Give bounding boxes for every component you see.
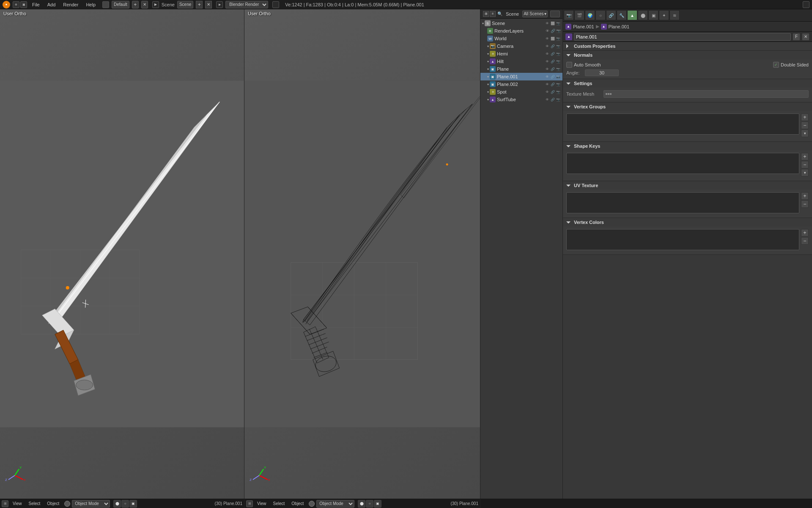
outliner-scenes-dropdown[interactable]: All Scenes▾ <box>522 11 548 17</box>
uv-texture-add-btn[interactable]: + <box>801 192 809 200</box>
shape-keys-header[interactable]: Shape Keys <box>563 142 812 150</box>
view-mode-field[interactable]: Default <box>112 1 129 8</box>
left-texture-btn[interactable]: ▣ <box>129 500 137 508</box>
prop-material-btn[interactable]: ⬤ <box>638 10 648 20</box>
double-sided-checkbox[interactable] <box>773 62 779 68</box>
outliner-item-hilt[interactable]: ▾ ▲ Hilt 👁 🔗 📷 <box>480 58 562 65</box>
shape-keys-move-btn[interactable]: ▾ <box>801 169 809 177</box>
uv-texture-buttons: + − <box>801 192 809 213</box>
left-wire-btn[interactable]: ○ <box>121 500 129 508</box>
right-wire-btn[interactable]: ○ <box>366 500 373 508</box>
outliner-item-spot[interactable]: ▾ ☀ Spot 👁 🔗 📷 <box>480 88 562 96</box>
prop-world-btn[interactable]: 🌍 <box>585 10 595 20</box>
vertex-groups-add-btn[interactable]: + <box>801 113 809 121</box>
vertex-colors-header[interactable]: Vertex Colors <box>563 218 812 226</box>
global-icon <box>803 1 809 8</box>
outliner-item-scene[interactable]: ▾ S Scene 👁 ⬜ 📷 <box>480 19 562 27</box>
prop-physics-btn[interactable]: ≋ <box>669 10 680 20</box>
left-solid-btn[interactable]: ⬤ <box>113 500 121 508</box>
right-viewport[interactable]: User Ortho <box>244 9 480 499</box>
vertex-groups-header[interactable]: Vertex Groups <box>563 102 812 111</box>
prop-data-btn[interactable]: ▲ <box>627 10 637 20</box>
name-x-btn[interactable]: ✕ <box>802 33 809 41</box>
vertex-groups-remove-btn[interactable]: − <box>801 121 809 129</box>
double-sided-label[interactable]: Double Sided <box>773 62 809 68</box>
menu-file[interactable]: File <box>30 1 42 8</box>
outliner-search-field[interactable] <box>550 11 560 17</box>
uv-texture-listbox[interactable] <box>566 192 799 213</box>
scene-field[interactable]: Scene <box>177 1 193 8</box>
left-select-menu[interactable]: Select <box>26 500 43 507</box>
scene-add[interactable]: + <box>196 1 203 8</box>
prop-object-btn[interactable]: ○ <box>595 10 606 20</box>
left-viewport[interactable]: User Ortho <box>0 9 244 499</box>
shape-keys-listbox[interactable] <box>566 153 799 174</box>
left-view-menu[interactable]: View <box>10 500 25 507</box>
prop-render-btn[interactable]: 📷 <box>564 10 574 20</box>
custom-properties-header[interactable]: Custom Properties <box>563 42 812 50</box>
outliner-item-world[interactable]: W World 👁 ⬜ 📷 <box>480 35 562 42</box>
shape-keys-add-btn[interactable]: + <box>801 153 809 160</box>
uv-texture-triangle <box>566 185 571 187</box>
surftube-row-icons: 👁 🔗 📷 <box>545 97 561 102</box>
hilt-label: Hilt <box>497 59 504 64</box>
outliner-item-camera[interactable]: ▾ 📷 Camera 👁 🔗 📷 <box>480 42 562 50</box>
mesh-dots <box>606 93 612 95</box>
outliner-item-plane[interactable]: ▾ ▣ Plane 👁 🔗 📷 <box>480 65 562 73</box>
prop-constraints-btn[interactable]: 🔗 <box>606 10 616 20</box>
vertex-groups-move-btn[interactable]: ▾ <box>801 130 809 137</box>
outliner-item-plane001[interactable]: ▾ ▣ Plane.001 👁 🔗 📷 <box>480 73 562 80</box>
left-sword-svg <box>0 9 244 499</box>
svg-line-48 <box>253 475 259 480</box>
view-mode-add[interactable]: + <box>132 1 139 8</box>
view-mode-close[interactable]: ✕ <box>141 1 148 8</box>
angle-input[interactable] <box>585 69 619 76</box>
vertex-colors-add-btn[interactable]: + <box>801 229 809 237</box>
uv-texture-header[interactable]: UV Texture <box>563 181 812 190</box>
uv-texture-remove-btn[interactable]: − <box>801 200 809 208</box>
right-view-menu[interactable]: View <box>255 500 269 507</box>
auto-smooth-checkbox[interactable] <box>566 62 572 68</box>
outliner-item-renderlayers[interactable]: R RenderLayers 👁 🔗 📷 <box>480 27 562 35</box>
outliner-item-hemi[interactable]: ▾ ☀ Hemi 👁 🔗 📷 <box>480 50 562 58</box>
right-viewport-controls: ⬤ ○ ▣ <box>358 500 381 508</box>
left-object-mode-select[interactable]: Object Mode Edit Mode Sculpt Mode <box>72 500 110 508</box>
left-object-menu[interactable]: Object <box>44 500 62 507</box>
prop-modifiers-btn[interactable]: 🔧 <box>617 10 627 20</box>
menu-render[interactable]: Render <box>60 1 81 8</box>
spot-label: Spot <box>497 89 507 94</box>
vertex-groups-listbox[interactable] <box>566 113 799 135</box>
settings-label: Settings <box>574 81 592 86</box>
prop-texture-btn[interactable]: ▣ <box>648 10 658 20</box>
render-engine-select[interactable]: Blender Render Cycles Render <box>225 1 268 8</box>
plane001-row-icons: 👁 🔗 📷 <box>545 74 561 79</box>
scene-close[interactable]: ✕ <box>205 1 212 8</box>
vertex-colors-listbox[interactable] <box>566 229 799 250</box>
shape-keys-section: Shape Keys + − ▾ <box>563 142 812 181</box>
scene-icon: S <box>485 20 491 26</box>
right-solid-btn[interactable]: ⬤ <box>358 500 365 508</box>
shape-keys-content: + − ▾ <box>563 150 812 181</box>
normals-header[interactable]: Normals <box>563 51 812 59</box>
prop-particles-btn[interactable]: ✦ <box>659 10 669 20</box>
name-f-btn[interactable]: F <box>793 33 800 41</box>
prop-scene-btn[interactable]: 🎬 <box>574 10 584 20</box>
right-object-mode-select[interactable]: Object Mode Edit Mode <box>316 500 354 508</box>
object-name-input[interactable] <box>574 33 791 41</box>
outliner-item-plane002[interactable]: ▾ ▣ Plane.002 👁 🔗 📷 <box>480 80 562 88</box>
right-object-menu[interactable]: Object <box>289 500 306 507</box>
right-texture-btn[interactable]: ▣ <box>374 500 381 508</box>
right-select-menu[interactable]: Select <box>271 500 288 507</box>
shape-keys-remove-btn[interactable]: − <box>801 161 809 168</box>
scene-row-icons: 👁 ⬜ 📷 <box>545 21 561 26</box>
outliner-item-surftube[interactable]: ▾ ▲ SurfTube 👁 🔗 📷 <box>480 96 562 103</box>
menu-add[interactable]: Add <box>45 1 58 8</box>
surftube-label: SurfTube <box>497 97 516 102</box>
auto-smooth-label[interactable]: Auto Smooth <box>566 62 601 68</box>
shape-keys-triangle <box>566 145 571 147</box>
settings-header[interactable]: Settings <box>563 79 812 88</box>
menu-help[interactable]: Help <box>83 1 98 8</box>
uv-texture-list-panel: + − <box>566 192 809 213</box>
texture-mesh-bar[interactable] <box>604 90 809 98</box>
vertex-colors-remove-btn[interactable]: − <box>801 237 809 245</box>
